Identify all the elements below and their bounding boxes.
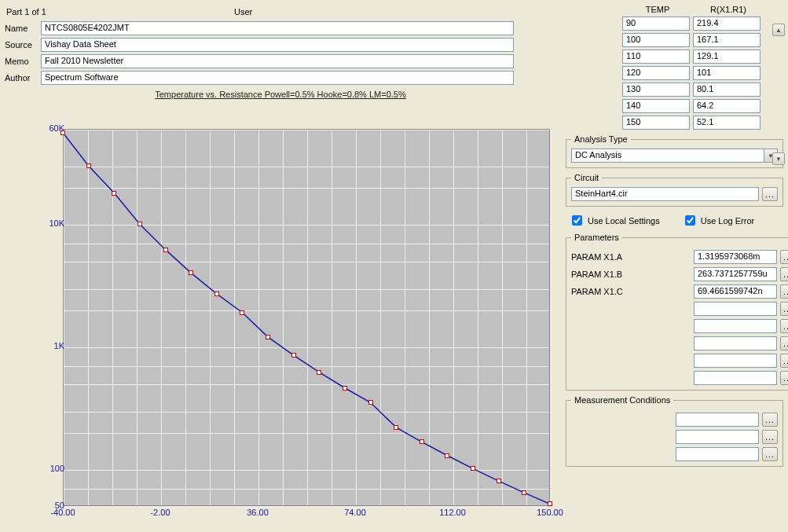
data-point bbox=[368, 400, 373, 405]
param-browse-button[interactable]: ... bbox=[780, 319, 788, 333]
source-label: Source bbox=[5, 40, 41, 50]
left-pane: Part 1 of 1 User Name NTCS0805E4202JMT S… bbox=[0, 0, 561, 532]
data-point bbox=[343, 386, 347, 391]
temp-cell[interactable]: 130 bbox=[622, 83, 690, 97]
data-point bbox=[497, 479, 501, 483]
data-point bbox=[471, 466, 475, 471]
circuit-field[interactable]: SteinHart4.cir bbox=[571, 187, 759, 201]
circuit-browse-button[interactable]: ... bbox=[762, 187, 778, 201]
param-value[interactable] bbox=[694, 319, 777, 333]
param-row: ... bbox=[571, 354, 788, 368]
data-point bbox=[548, 501, 552, 506]
grid-scrollbar[interactable]: ▲ ▼ bbox=[772, 24, 785, 165]
use-log-error-check[interactable]: Use Log Error bbox=[682, 213, 754, 228]
temp-cell[interactable]: 120 bbox=[622, 66, 690, 80]
temp-cell[interactable]: 90 bbox=[622, 17, 690, 31]
param-browse-button[interactable]: ... bbox=[780, 354, 788, 368]
table-row: 100167.1 bbox=[622, 33, 788, 47]
measurement-value[interactable] bbox=[676, 430, 759, 444]
resistance-cell[interactable]: 80.1 bbox=[693, 83, 761, 97]
measurement-group: Measurement Conditions ......... bbox=[566, 395, 783, 467]
source-field[interactable]: Vishay Data Sheet bbox=[41, 38, 514, 52]
param-value[interactable] bbox=[694, 336, 777, 350]
analysis-type-group: Analysis Type DC Analysis ▼ bbox=[566, 134, 783, 168]
chart-title: Temperature vs. Resistance Powell=0.5% H… bbox=[0, 90, 561, 99]
grid-header: TEMP R(X1.R1) bbox=[561, 5, 788, 14]
analysis-type-value[interactable]: DC Analysis bbox=[571, 149, 764, 163]
x-tick-label: 112.00 bbox=[439, 508, 466, 517]
scroll-up-icon[interactable]: ▲ bbox=[772, 24, 785, 36]
data-point bbox=[163, 248, 168, 252]
data-grid: 90219.4100167.1110129.112010113080.11406… bbox=[561, 17, 788, 130]
measurement-row: ... bbox=[571, 447, 778, 461]
resistance-cell[interactable]: 52.1 bbox=[693, 116, 761, 130]
memo-field[interactable]: Fall 2010 Newsletter bbox=[41, 54, 514, 68]
param-value[interactable]: 263.7371257759u bbox=[694, 267, 777, 281]
param-value[interactable]: 69.4661599742n bbox=[694, 284, 777, 299]
data-point bbox=[317, 370, 321, 375]
temp-cell[interactable]: 140 bbox=[622, 99, 690, 113]
measurement-value[interactable] bbox=[676, 447, 759, 461]
param-browse-button[interactable]: ... bbox=[780, 250, 788, 264]
data-point bbox=[420, 439, 424, 444]
use-local-settings-check[interactable]: Use Local Settings bbox=[569, 213, 660, 228]
grid-col2-head: R(X1.R1) bbox=[693, 5, 764, 14]
temp-cell[interactable]: 100 bbox=[622, 33, 690, 47]
use-log-error-box[interactable] bbox=[685, 215, 695, 226]
resistance-cell[interactable]: 101 bbox=[693, 66, 761, 80]
memo-label: Memo bbox=[5, 57, 41, 66]
measurement-browse-button[interactable]: ... bbox=[762, 447, 778, 461]
circuit-legend: Circuit bbox=[571, 173, 602, 182]
table-row: 13080.1 bbox=[622, 83, 788, 97]
param-row: PARAM X1.A1.3195973068m... bbox=[571, 250, 788, 264]
data-point bbox=[86, 163, 91, 168]
param-label: PARAM X1.A bbox=[571, 252, 694, 262]
table-row: 15052.1 bbox=[622, 116, 788, 130]
param-value[interactable] bbox=[694, 354, 777, 368]
measurement-browse-button[interactable]: ... bbox=[762, 413, 778, 427]
data-point bbox=[189, 270, 193, 275]
measurement-value[interactable] bbox=[676, 413, 759, 427]
part-label: Part 1 of 1 bbox=[6, 7, 77, 17]
analysis-type-combo[interactable]: DC Analysis ▼ bbox=[571, 149, 778, 163]
data-point bbox=[291, 353, 296, 358]
param-value[interactable]: 1.3195973068m bbox=[694, 250, 777, 264]
measurement-row: ... bbox=[571, 413, 778, 427]
param-browse-button[interactable]: ... bbox=[780, 284, 788, 299]
param-browse-button[interactable]: ... bbox=[780, 267, 788, 281]
chart-holder: 501001K10K60K-40.00-2.0036.0074.00112.00… bbox=[31, 124, 558, 522]
y-tick-label: 10K bbox=[36, 218, 64, 228]
temp-cell[interactable]: 150 bbox=[622, 116, 690, 130]
param-browse-button[interactable]: ... bbox=[780, 371, 788, 385]
use-local-settings-label: Use Local Settings bbox=[588, 216, 660, 226]
resistance-cell[interactable]: 64.2 bbox=[693, 99, 761, 113]
temp-cell[interactable]: 110 bbox=[622, 50, 690, 64]
resistance-cell[interactable]: 167.1 bbox=[693, 33, 761, 47]
param-browse-button[interactable]: ... bbox=[780, 336, 788, 350]
x-tick-label: -40.00 bbox=[50, 508, 75, 517]
data-point bbox=[266, 335, 270, 339]
scroll-down-icon[interactable]: ▼ bbox=[772, 152, 785, 165]
y-tick-label: 100 bbox=[36, 464, 64, 473]
author-field[interactable]: Spectrum Software bbox=[41, 71, 514, 85]
table-row: 14064.2 bbox=[622, 99, 788, 113]
data-point bbox=[214, 292, 219, 296]
use-local-settings-box[interactable] bbox=[572, 215, 582, 226]
chart-curve bbox=[63, 129, 550, 506]
data-point bbox=[445, 453, 449, 458]
measurement-legend: Measurement Conditions bbox=[571, 395, 673, 405]
parameters-group: Parameters PARAM X1.A1.3195973068m...PAR… bbox=[566, 233, 788, 391]
analysis-type-legend: Analysis Type bbox=[571, 134, 631, 144]
grid-col1-head: TEMP bbox=[622, 5, 693, 14]
table-row: 110129.1 bbox=[622, 50, 788, 64]
name-field[interactable]: NTCS0805E4202JMT bbox=[41, 21, 514, 35]
param-value[interactable] bbox=[694, 302, 777, 316]
data-point bbox=[112, 191, 116, 196]
param-row: ... bbox=[571, 371, 788, 385]
resistance-cell[interactable]: 219.4 bbox=[693, 17, 761, 31]
param-browse-button[interactable]: ... bbox=[780, 302, 788, 316]
measurement-browse-button[interactable]: ... bbox=[762, 430, 778, 444]
resistance-cell[interactable]: 129.1 bbox=[693, 50, 761, 64]
param-row: ... bbox=[571, 336, 788, 350]
param-value[interactable] bbox=[694, 371, 777, 385]
